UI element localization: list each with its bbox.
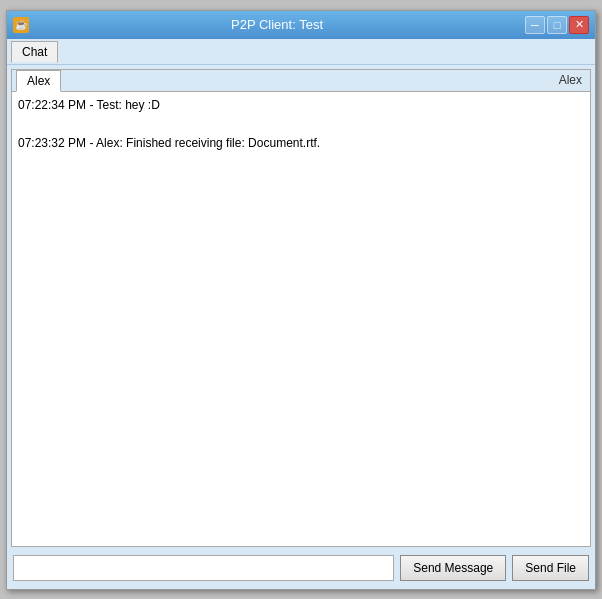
title-bar: ☕ P2P Client: Test ─ □ ✕ bbox=[7, 11, 595, 39]
message-2: 07:23:32 PM - Alex: Finished receiving f… bbox=[18, 134, 584, 153]
chat-messages: 07:22:34 PM - Test: hey :D 07:23:32 PM -… bbox=[12, 92, 590, 546]
message-input[interactable] bbox=[13, 555, 394, 581]
chat-tab-bar: Alex Alex bbox=[12, 70, 590, 92]
window-title: P2P Client: Test bbox=[29, 17, 525, 32]
bottom-bar: Send Message Send File bbox=[11, 551, 591, 585]
message-1: 07:22:34 PM - Test: hey :D bbox=[18, 96, 584, 115]
alex-chat-tab[interactable]: Alex bbox=[16, 70, 61, 92]
chat-menu-tab[interactable]: Chat bbox=[11, 41, 58, 63]
content-area: Alex Alex 07:22:34 PM - Test: hey :D 07:… bbox=[7, 65, 595, 589]
main-window: ☕ P2P Client: Test ─ □ ✕ Chat Alex Alex … bbox=[6, 10, 596, 590]
chat-right-label: Alex bbox=[559, 73, 586, 87]
menu-bar: Chat bbox=[7, 39, 595, 65]
send-message-button[interactable]: Send Message bbox=[400, 555, 506, 581]
send-file-button[interactable]: Send File bbox=[512, 555, 589, 581]
chat-panel: Alex Alex 07:22:34 PM - Test: hey :D 07:… bbox=[11, 69, 591, 547]
window-controls: ─ □ ✕ bbox=[525, 16, 589, 34]
maximize-button[interactable]: □ bbox=[547, 16, 567, 34]
close-button[interactable]: ✕ bbox=[569, 16, 589, 34]
app-icon: ☕ bbox=[13, 17, 29, 33]
minimize-button[interactable]: ─ bbox=[525, 16, 545, 34]
